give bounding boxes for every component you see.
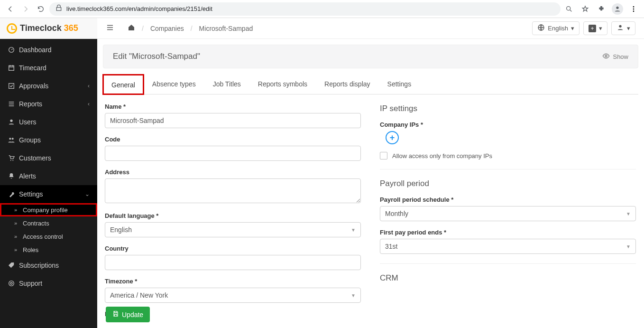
address-bar[interactable]: live.timeclock365.com/en/admin/companies… [49,2,561,16]
svg-point-9 [9,138,11,140]
sidebar-item-label: Access control [23,233,90,240]
highlight-settings-wrapper: Settings⌄ [0,185,97,203]
sidebar-item-label: Company profile [23,206,90,214]
sidebar-sub-contracts[interactable]: »Contracts [0,216,97,230]
field-name: Name * [105,103,361,128]
tab-reports-symbols[interactable]: Reports symbols [249,75,316,94]
sidebar-item-groups[interactable]: Groups [0,131,97,149]
form-col-left: Name * Code Address Default language * E… [105,103,361,320]
name-input[interactable] [105,113,361,128]
timezone-select[interactable]: America / New York▼ [105,288,361,303]
search-icon[interactable] [562,2,576,16]
ip-section-title: IP settings [380,104,636,113]
allow-ip-checkbox[interactable] [380,152,387,159]
sidebar-item-label: Alerts [19,172,90,180]
sidebar-item-alerts[interactable]: Alerts [0,167,97,185]
sidebar-item-subscriptions[interactable]: Subscriptions [0,256,97,274]
home-icon[interactable] [128,24,135,33]
country-input[interactable] [105,255,361,270]
sidebar-item-label: Support [19,280,90,287]
svg-point-13 [9,281,14,286]
sidebar-item-label: Contracts [23,220,90,227]
svg-point-1 [616,6,618,9]
svg-point-16 [619,25,621,28]
sidebar-item-timecard[interactable]: Timecard [0,59,97,77]
payroll-schedule-select[interactable]: Monthly▼ [380,206,636,221]
field-timezone: Timezone * America / New York▼ [105,278,361,303]
chevron-right-icon: » [14,220,23,226]
svg-point-3 [633,8,635,9]
tab-absence-types[interactable]: Absence types [144,75,204,94]
code-label: Code [105,136,361,143]
crumb-sep: / [188,25,195,32]
allow-ip-row: Allow access only from company IPs [380,152,636,159]
show-link[interactable]: Show [602,52,628,61]
sidebar-item-dashboard[interactable]: Dashboard [0,41,97,59]
svg-point-14 [10,282,12,284]
tag-icon [8,262,19,269]
sidebar-item-label: Timecard [19,64,90,72]
add-ip-button[interactable]: + [386,131,399,144]
page-title: Edit "Microsoft-Sampad" [113,52,200,61]
breadcrumb-companies[interactable]: Companies [150,25,184,32]
field-code: Code [105,136,361,161]
user-dropdown[interactable]: ▾ [611,21,635,35]
forward-icon[interactable] [19,2,32,16]
field-language: Default language * English▼ [105,212,361,237]
chevron-right-icon: » [14,207,23,213]
extensions-icon[interactable] [595,2,608,16]
reload-icon[interactable] [34,2,47,16]
logo-icon [7,23,17,34]
language-label: Default language * [105,212,361,219]
allow-ip-label: Allow access only from company IPs [392,152,492,159]
sidebar: Timeclock 365 Dashboard Timecard Approva… [0,18,97,328]
back-icon[interactable] [4,2,17,16]
calendar-icon [8,64,19,72]
crm-section-title: CRM [380,273,636,283]
star-icon[interactable] [579,2,592,16]
sidebar-item-label: Customers [19,154,90,162]
divider [380,263,636,264]
hamburger-icon[interactable] [106,23,114,33]
caret-down-icon: ▼ [351,227,356,233]
sidebar-sub-access-control[interactable]: »Access control [0,230,97,243]
tab-reports-display[interactable]: Reports display [316,75,379,94]
add-dropdown[interactable]: +▾ [583,21,607,35]
update-button[interactable]: Update [106,307,150,322]
logo-text: Timeclock 365 [20,23,78,33]
sidebar-item-settings[interactable]: Settings⌄ [0,185,97,203]
tab-settings[interactable]: Settings [379,75,420,94]
caret-down-icon: ▾ [627,25,630,32]
sidebar-sub-company-profile[interactable]: »Company profile [0,203,97,216]
chevron-left-icon: ‹ [88,101,90,107]
browser-toolbar: live.timeclock365.com/en/admin/companies… [0,0,644,18]
code-input[interactable] [105,146,361,161]
update-label: Update [122,311,143,319]
divider [380,169,636,169]
list-icon [8,100,19,108]
url-text: live.timeclock365.com/en/admin/companies… [66,5,212,12]
menu-icon[interactable] [627,2,640,16]
svg-point-11 [10,160,11,161]
chevron-left-icon: ‹ [88,83,90,89]
sidebar-sub-roles[interactable]: »Roles [0,243,97,256]
first-pay-select[interactable]: 31st▼ [380,239,636,254]
logo[interactable]: Timeclock 365 [0,18,97,39]
payroll-schedule-label: Payroll period schedule * [380,196,636,203]
sidebar-item-customers[interactable]: Customers [0,149,97,167]
bell-icon [8,172,19,180]
tab-job-titles[interactable]: Job Titles [204,75,249,94]
breadcrumb-current: Microsoft-Sampad [199,25,253,32]
sidebar-item-approvals[interactable]: Approvals‹ [0,77,97,95]
language-dropdown[interactable]: English▾ [532,21,580,35]
sidebar-item-support[interactable]: Support [0,274,97,292]
tab-general[interactable]: General [103,75,144,94]
address-input[interactable] [105,178,361,203]
svg-point-17 [605,55,607,57]
profile-icon[interactable] [611,2,624,16]
sidebar-item-reports[interactable]: Reports‹ [0,95,97,113]
caret-down-icon: ▾ [599,25,602,32]
sidebar-item-users[interactable]: Users [0,113,97,131]
address-label: Address [105,169,361,176]
language-select[interactable]: English▼ [105,222,361,237]
